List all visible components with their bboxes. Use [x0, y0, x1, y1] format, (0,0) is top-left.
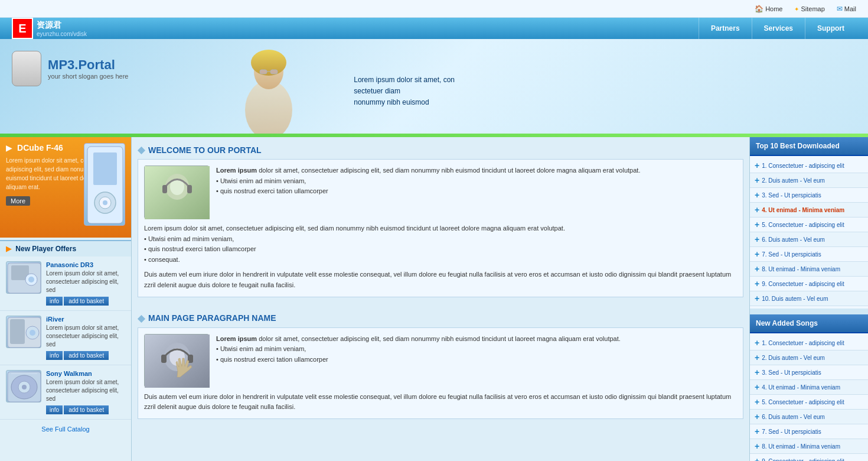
- info-button[interactable]: info: [46, 351, 63, 360]
- home-icon: [755, 5, 763, 13]
- logo-text: 资源君 eyunzhu.com/vdisk: [37, 20, 87, 37]
- plus-icon: +: [755, 456, 759, 461]
- see-full-catalog-link[interactable]: See Full Catalog: [0, 420, 131, 439]
- main-content: ◆ WELCOME TO OUR PORTAL: [131, 137, 750, 461]
- song-link[interactable]: 1. Consectetuer - adipiscing elit: [762, 340, 844, 346]
- song-link[interactable]: 5. Consectetuer - adipiscing elit: [762, 399, 844, 405]
- main-para-title-text: MAIN PAGE PARAGRAPH NAME: [148, 313, 276, 323]
- plus-icon: +: [755, 412, 759, 421]
- sitemap-icon: [794, 5, 799, 12]
- song-link[interactable]: 1. Consectetuer - adipiscing elit: [762, 163, 844, 169]
- song-link[interactable]: 9. Consectetuer - adipiscing elit: [762, 458, 844, 462]
- song-link[interactable]: 5. Consectetuer - adipiscing elit: [762, 222, 844, 228]
- player-info: iRiver Lorem ipsum dolor sit amet, conse…: [46, 316, 125, 360]
- list-item: +8. Ut enimad - Minima veniam: [750, 439, 868, 454]
- info-button[interactable]: info: [46, 297, 63, 306]
- list-item: +2. Duis autem - Vel eum: [750, 173, 868, 188]
- site-url: eyunzhu.com/vdisk: [37, 31, 87, 37]
- welcome-para: Lorem ipsum dolor sit amet, consectetuer…: [144, 223, 737, 265]
- song-link[interactable]: 3. Sed - Ut perspiciatis: [762, 192, 821, 199]
- mail-link[interactable]: Mail: [837, 5, 856, 13]
- song-link[interactable]: 8. Ut enimad - Minima veniam: [762, 443, 840, 450]
- welcome-image: [144, 165, 209, 219]
- plus-icon: +: [755, 161, 759, 170]
- featured-more-button[interactable]: More: [6, 196, 30, 206]
- nav-services[interactable]: Services: [752, 18, 805, 39]
- plus-icon: +: [755, 249, 759, 259]
- header-tagline: Lorem ipsum dolor sit amet, con sectetue…: [354, 74, 455, 109]
- new-songs-box: New Added Songs +1. Consectetuer - adipi…: [750, 314, 868, 461]
- welcome-text: Lorem ipsum dolor sit amet, consectetuer…: [216, 165, 737, 197]
- add-to-basket-button[interactable]: add to basket: [64, 297, 109, 306]
- welcome-content-row: Lorem ipsum dolor sit amet, consectetuer…: [144, 165, 737, 219]
- song-link[interactable]: 6. Duis autem - Vel eum: [762, 236, 825, 243]
- plus-icon: +: [755, 205, 759, 215]
- top-nav: E 资源君 eyunzhu.com/vdisk Partners Service…: [0, 18, 868, 39]
- list-item: +4. Ut enimad - Minima veniam: [750, 203, 868, 217]
- info-button[interactable]: info: [46, 405, 63, 414]
- welcome-para-text: Lorem ipsum dolor sit amet, consectetuer…: [144, 223, 737, 265]
- main-para-lorem-bold: Lorem ipsum: [216, 335, 257, 342]
- welcome-lorem-bold: Lorem ipsum: [216, 167, 257, 174]
- song-link[interactable]: 2. Duis autem - Vel eum: [762, 355, 825, 361]
- main-para-lorem-text: dolor sit amet, consectetuer adipiscing …: [259, 335, 621, 342]
- song-link[interactable]: 7. Sed - Ut perspiciatis: [762, 428, 821, 435]
- song-link[interactable]: 6. Duis autem - Vel eum: [762, 414, 825, 420]
- list-item: +2. Duis autem - Vel eum: [750, 350, 868, 365]
- player-thumbnail: [6, 316, 41, 348]
- song-link[interactable]: 8. Ut enimad - Minima veniam: [762, 266, 840, 272]
- song-link[interactable]: 7. Sed - Ut perspiciatis: [762, 251, 821, 258]
- plus-icon: +: [755, 397, 759, 407]
- song-link[interactable]: 4. Ut enimad - Minima veniam: [762, 384, 840, 391]
- main-para-text: Lorem ipsum dolor sit amet, consectetuer…: [216, 334, 737, 365]
- list-item: +7. Sed - Ut perspiciatis: [750, 247, 868, 262]
- plus-icon: +: [755, 220, 759, 229]
- song-link[interactable]: 10. Duis autem - Vel eum: [762, 296, 828, 302]
- add-to-basket-button[interactable]: add to basket: [64, 351, 109, 360]
- nav-support[interactable]: Support: [805, 18, 856, 39]
- logo-e-icon: E: [12, 18, 33, 39]
- welcome-section: Lorem ipsum dolor sit amet, consectetuer…: [138, 159, 743, 297]
- new-players-title: New Player Offers: [15, 245, 76, 253]
- welcome-bullet2: • quis nostrud exerci tation ullamcorper: [216, 186, 737, 197]
- sitemap-link[interactable]: Sitemap: [794, 5, 824, 12]
- song-link[interactable]: 9. Consectetuer - adipiscing elit: [762, 281, 844, 287]
- icons-bar: Home Sitemap Mail: [0, 0, 868, 18]
- plus-icon: +: [755, 368, 759, 377]
- tagline-line2: sectetuer diam: [354, 86, 455, 97]
- list-item: Sony Walkman Lorem ipsum dolor sit amet,…: [0, 365, 131, 420]
- player-name: Panasonic DR3: [46, 261, 125, 268]
- svg-rect-16: [10, 319, 25, 344]
- main-para-section: Lorem ipsum dolor sit amet, consectetuer…: [138, 327, 743, 419]
- player-buttons: info add to basket: [46, 297, 125, 306]
- ipod-icon: [12, 51, 41, 86]
- plus-icon: +: [755, 176, 759, 185]
- home-link[interactable]: Home: [755, 5, 782, 13]
- add-to-basket-button[interactable]: add to basket: [64, 405, 109, 414]
- tagline-line3: nonummy nibh euismod: [354, 97, 455, 108]
- product-image: [84, 143, 125, 226]
- plus-icon: +: [755, 427, 759, 436]
- svg-rect-32: [161, 355, 167, 363]
- song-link[interactable]: 4. Ut enimad - Minima veniam: [762, 207, 844, 213]
- player-desc: Lorem ipsum dolor sit amet, consectetuer…: [46, 270, 125, 294]
- mail-icon: [837, 5, 843, 13]
- list-item: +3. Sed - Ut perspiciatis: [750, 188, 868, 203]
- list-item: Panasonic DR3 Lorem ipsum dolor sit amet…: [0, 257, 131, 311]
- song-link[interactable]: 2. Duis autem - Vel eum: [762, 177, 825, 184]
- list-item: +8. Ut enimad - Minima veniam: [750, 262, 868, 277]
- player-thumbnail: [6, 261, 41, 294]
- main-para-section-title: ◆ MAIN PAGE PARAGRAPH NAME: [138, 306, 743, 327]
- list-item: +6. Duis autem - Vel eum: [750, 232, 868, 247]
- list-item: iRiver Lorem ipsum dolor sit amet, conse…: [0, 311, 131, 365]
- list-item: +9. Consectetuer - adipiscing elit: [750, 277, 868, 291]
- main-para-image: [144, 334, 209, 387]
- plus-icon: +: [755, 190, 759, 200]
- song-link[interactable]: 3. Sed - Ut perspiciatis: [762, 369, 821, 376]
- welcome-lorem-text: dolor sit amet, consectetuer adipiscing …: [259, 167, 640, 174]
- nav-partners[interactable]: Partners: [699, 18, 752, 39]
- svg-rect-28: [187, 185, 192, 193]
- player-desc: Lorem ipsum dolor sit amet, consectetuer…: [46, 324, 125, 349]
- girl-silhouette: [230, 39, 307, 134]
- sitemap-label: Sitemap: [801, 5, 824, 12]
